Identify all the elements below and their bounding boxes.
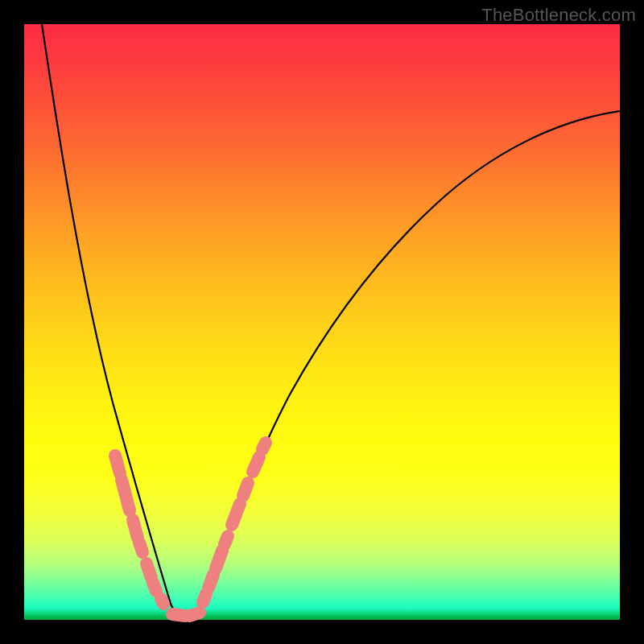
bead-l2 (122, 480, 130, 510)
bottleneck-curve-svg (24, 24, 620, 620)
bead-r8 (262, 443, 266, 449)
bead-l1 (115, 456, 120, 473)
bead-r5 (232, 504, 240, 525)
bead-l5 (147, 564, 151, 578)
bead-l4 (139, 543, 142, 552)
plot-area (24, 24, 620, 620)
curve-right-arm (185, 111, 620, 617)
watermark-text: TheBottleneck.com (481, 5, 636, 26)
bead-b1 (172, 614, 185, 616)
bead-r4 (225, 536, 228, 544)
bead-r3 (216, 551, 222, 568)
bead-r1 (203, 594, 206, 602)
outer-frame: TheBottleneck.com (0, 0, 644, 644)
bead-b2 (190, 613, 200, 616)
bead-r6 (243, 483, 248, 496)
bead-l3 (133, 520, 138, 538)
bead-l7 (161, 599, 163, 604)
bead-l6 (153, 583, 156, 591)
curve-left-arm (42, 24, 185, 617)
bead-r7 (253, 457, 259, 472)
bead-group (115, 443, 266, 616)
bead-r2 (208, 575, 213, 588)
